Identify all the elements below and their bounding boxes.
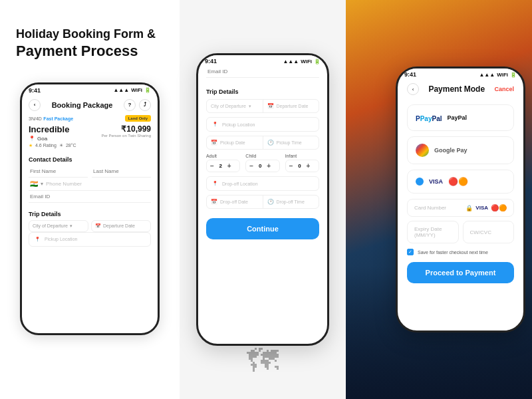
status-icons-2: ▲▲▲ WiFi 🔋 [283, 59, 321, 65]
middle-phone-content: Trip Details City of Departure ▾ 📅 Depar… [198, 66, 327, 239]
battery-icon-3: 🔋 [510, 72, 517, 78]
pickup-label: Pickup Location [45, 237, 77, 241]
location-row: 📍 Goa [29, 136, 76, 142]
cvc-field[interactable]: CW/CVC [463, 221, 515, 243]
land-badge: Land Only [125, 115, 151, 122]
location-icon: 📍 [35, 237, 41, 242]
trip-row: City of Departure ▾ 📅 Departure Date [29, 220, 151, 232]
pickup-time-text: Pickup Time [277, 140, 302, 145]
infant-value: 0 [296, 163, 304, 169]
city-label: City of Departure [33, 223, 68, 228]
back-button-1[interactable]: ‹ [29, 99, 41, 111]
temperature: 28°C [66, 143, 76, 148]
email-field-2[interactable] [206, 66, 319, 78]
time-2: 9:41 [205, 58, 217, 65]
email-field-1[interactable] [29, 191, 151, 203]
paypal-option[interactable]: PPayPal PayPal [407, 104, 514, 131]
right-phone-wrapper: 9:41 ▲▲▲ WiFi 🔋 ‹ Payment Mode Cancel PP… [396, 66, 525, 332]
adult-minus[interactable]: − [210, 162, 214, 170]
gpay-g-icon [416, 144, 429, 157]
infant-minus[interactable]: − [289, 162, 293, 170]
wifi-icon-3: WiFi [497, 72, 508, 78]
calendar-icon: 📅 [95, 223, 101, 229]
package-tag: Fast Package [43, 116, 73, 121]
city-text: City of Departure [211, 104, 246, 108]
title-section: Holiday Booking Form & Payment Process [16, 27, 164, 61]
city-departure-select[interactable]: City of Departure ▾ [29, 220, 88, 232]
last-name-field[interactable] [92, 166, 151, 178]
infant-counter: Infant − 0 + [285, 154, 319, 172]
visa-logo: VISA [429, 178, 443, 185]
expiry-placeholder: Expiry Date (MM/YY) [414, 226, 452, 238]
phone-placeholder: Phone Number [46, 181, 82, 187]
star-icon: ★ [29, 143, 33, 148]
gpay-option[interactable]: Google Pay [407, 136, 514, 164]
share-button-1[interactable]: ⤴ [139, 99, 151, 111]
dropoff-location-input[interactable]: 📍 Drop-off Location [206, 176, 319, 191]
departure-date-field[interactable]: 📅 Departure Date [263, 100, 319, 112]
dropoff-date-text: Drop-off Date [220, 200, 248, 204]
phone-mockup-3: 9:41 ▲▲▲ WiFi 🔋 ‹ Payment Mode Cancel PP… [396, 66, 525, 332]
rating-row: ★ 4.6 Rating ☀ 28°C [29, 143, 76, 148]
departure-date-select[interactable]: 📅 Departure Date [91, 220, 151, 232]
child-minus[interactable]: − [249, 162, 253, 170]
dropoff-time-field[interactable]: 🕐 Drop-off Time [263, 196, 319, 208]
trip-section-label: Trip Details [29, 211, 151, 217]
pickup-date-text: Pickup Date [220, 140, 245, 145]
cancel-button[interactable]: Cancel [494, 86, 514, 92]
payment-header: ‹ Payment Mode Cancel [407, 79, 514, 99]
phone-field-row: 🇮🇳 ▾ Phone Number [29, 178, 151, 191]
passenger-counter-row: Adult − 2 + Child − 0 + [206, 154, 319, 172]
adult-plus[interactable]: + [227, 162, 231, 170]
pickup-time-field[interactable]: 🕐 Pickup Time [263, 136, 319, 149]
back-button-3[interactable]: ‹ [407, 83, 419, 95]
save-checkbox[interactable] [407, 249, 414, 255]
status-bar-1: 9:41 ▲▲▲ WiFi 🔋 [22, 84, 158, 95]
infant-ctrl: − 0 + [285, 160, 319, 172]
pickup-location-field[interactable]: 📍 Pickup Location [29, 232, 151, 247]
pickup-location-input[interactable]: 📍 Pickup Location [206, 117, 319, 132]
battery-icon: 🔋 [144, 87, 151, 93]
dropoff-date-field[interactable]: 📅 Drop-off Date [207, 196, 263, 208]
card-option[interactable]: VISA 🔴🟠 [407, 170, 514, 194]
lock-icon: 🔒 [466, 205, 473, 211]
gpay-label: Google Pay [434, 147, 467, 154]
price-subtitle: Per Person on Twin Sharing [101, 134, 151, 138]
date-label: Departure Date [103, 223, 135, 228]
temp-text: ☀ [59, 143, 63, 148]
title-line2: Payment Process [16, 42, 164, 61]
signal-icon-3: ▲▲▲ [479, 72, 495, 78]
dropdown-icon-2: ▾ [249, 104, 251, 109]
battery-icon-2: 🔋 [314, 59, 321, 65]
radio-icon [416, 178, 424, 186]
city-departure-field[interactable]: City of Departure ▾ [207, 100, 263, 112]
dropdown-icon: ▾ [70, 223, 72, 229]
pickup-text: Pickup Location [222, 122, 255, 127]
pin-icon-2: 📍 [212, 122, 218, 127]
clock-icon: 🕐 [267, 140, 274, 146]
dropoff-time-text: Drop-off Time [277, 200, 305, 204]
signal-icon-2: ▲▲▲ [283, 59, 299, 65]
status-icons-3: ▲▲▲ WiFi 🔋 [479, 72, 517, 78]
continue-button[interactable]: Continue [206, 218, 319, 239]
expiry-field[interactable]: Expiry Date (MM/YY) [407, 221, 459, 243]
hotel-name: Incredible [29, 124, 76, 134]
paypal-label: PayPal [447, 114, 467, 121]
rating-text: 4.6 Rating [35, 143, 57, 148]
location-name: Goa [37, 136, 47, 142]
calendar-icon-4: 📅 [211, 199, 217, 205]
child-counter: Child − 0 + [245, 154, 279, 172]
mc-card-icon: 🔴🟠 [491, 204, 507, 211]
first-name-field[interactable] [29, 166, 88, 178]
pickup-time-group: 📅 Pickup Date 🕐 Pickup Time [206, 136, 319, 150]
time-3: 9:41 [404, 71, 416, 78]
info-button-1[interactable]: ? [124, 99, 136, 111]
proceed-to-payment-button[interactable]: Proceed to Payment [407, 262, 514, 283]
child-plus[interactable]: + [267, 162, 271, 170]
expiry-cvc-row: Expiry Date (MM/YY) CW/CVC [407, 221, 514, 243]
card-number-field[interactable]: Card Number 🔒 VISA 🔴🟠 [407, 199, 514, 217]
status-icons-1: ▲▲▲ WiFi 🔋 [113, 87, 151, 93]
pickup-date-field[interactable]: 📅 Pickup Date [207, 136, 263, 149]
signal-icon: ▲▲▲ [113, 87, 129, 93]
infant-plus[interactable]: + [307, 162, 311, 170]
